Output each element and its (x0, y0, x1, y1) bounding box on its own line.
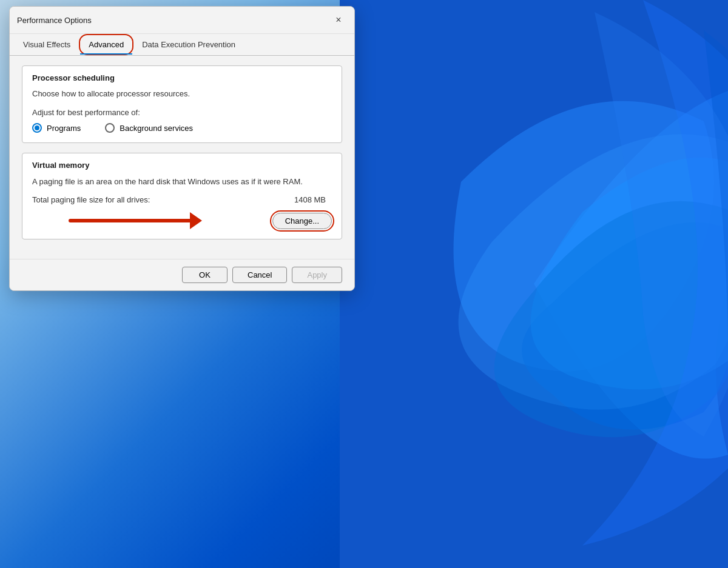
radio-group: Programs Background services (32, 123, 332, 133)
paging-file-row: Total paging file size for all drives: 1… (32, 195, 332, 204)
radio-background-indicator (105, 123, 115, 133)
apply-button[interactable]: Apply (292, 267, 342, 283)
virtual-memory-title: Virtual memory (32, 161, 332, 170)
paging-label: Total paging file size for all drives: (32, 195, 294, 204)
processor-section-title: Processor scheduling (32, 73, 332, 82)
dialog-footer: OK Cancel Apply (10, 259, 354, 290)
tab-advanced[interactable]: Advanced (79, 34, 133, 55)
cancel-button[interactable]: Cancel (232, 267, 287, 283)
processor-section-desc: Choose how to allocate processor resourc… (32, 89, 332, 99)
performance-options-dialog: Performance Options × Visual Effects Adv… (9, 6, 355, 291)
title-bar: Performance Options × (10, 7, 354, 34)
radio-background[interactable]: Background services (105, 123, 193, 133)
close-button[interactable]: × (330, 12, 347, 28)
radio-programs-label: Programs (47, 124, 81, 133)
dialog-content: Processor scheduling Choose how to alloc… (10, 56, 354, 259)
dialog-title: Performance Options (17, 16, 92, 25)
change-button[interactable]: Change... (272, 213, 332, 229)
tab-dep[interactable]: Data Execution Prevention (133, 34, 244, 55)
change-button-area: Change... (32, 213, 332, 229)
paging-value: 1408 MB (294, 195, 332, 204)
ok-button[interactable]: OK (182, 267, 228, 283)
desktop: Performance Options × Visual Effects Adv… (0, 0, 728, 568)
processor-scheduling-section: Processor scheduling Choose how to alloc… (22, 65, 342, 143)
adjust-label: Adjust for best performance of: (32, 108, 332, 117)
tab-bar: Visual Effects Advanced Data Execution P… (10, 34, 354, 56)
radio-programs[interactable]: Programs (32, 123, 81, 133)
arrow-annotation (69, 212, 202, 229)
radio-programs-indicator (32, 123, 42, 133)
radio-background-label: Background services (120, 124, 193, 133)
arrow-head (190, 212, 202, 229)
virtual-memory-section: Virtual memory A paging file is an area … (22, 153, 342, 239)
arrow-shaft (69, 219, 190, 222)
virtual-memory-desc: A paging file is an area on the hard dis… (32, 176, 332, 188)
tab-visual-effects[interactable]: Visual Effects (15, 34, 79, 55)
wallpaper-swirl (340, 0, 728, 568)
